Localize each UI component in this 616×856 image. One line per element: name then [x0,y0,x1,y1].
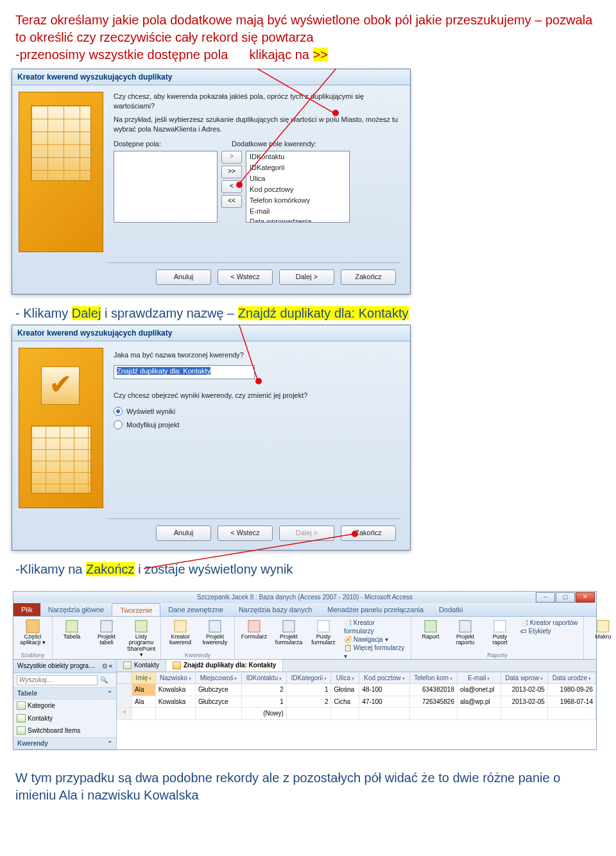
table-row-new[interactable]: (Nowy) [117,708,596,720]
btn-table[interactable]: Tabela [58,619,86,658]
btn-sharepoint-lists[interactable]: Listy programu SharePoint ▾ [127,619,155,658]
btn-query-design[interactable]: Projekt kwerendy [201,619,229,646]
nav-search[interactable]: 🔍 [17,675,113,685]
available-fields-label: Dostępne pola: [114,139,161,149]
dialog2-question1: Jaka ma być nazwa tworzonej kwerendy? [114,350,400,360]
btn-app-parts[interactable]: Części aplikacji ▾ [19,619,47,646]
radio-icon [114,420,123,429]
tab-addins[interactable]: Dodatki [431,603,470,616]
next-button[interactable]: Dalej > [279,270,334,285]
nav-item[interactable]: Kontakty [13,712,116,725]
table-row[interactable]: Ala KowalskaGłubczyce 21 Głośna48-100 63… [117,684,596,696]
move-right-button[interactable]: > [221,151,242,164]
list-item[interactable]: Data wprowadzenia [246,216,349,223]
move-all-left-button[interactable]: << [221,195,242,208]
tab-external[interactable]: Dane zewnętrzne [160,603,231,616]
finish-button[interactable]: Zakończ [341,270,396,285]
svg-rect-9 [209,621,221,632]
svg-rect-12 [318,621,329,632]
intro-paragraph: Teraz określamy jakie pola dodatkowe maj… [15,12,601,64]
ribbon-body: Części aplikacji ▾ Szablony Tabela Proje… [13,617,596,660]
available-fields-listbox[interactable] [114,151,218,223]
doc-tab-duplicates[interactable]: Znajdź duplikaty dla: Kontakty [166,660,283,671]
btn-query-wizard[interactable]: Kreator kwerend [166,619,194,646]
annotation-dot [255,378,262,384]
back-button[interactable]: < Wstecz [218,270,273,285]
nav-pane-header[interactable]: Wszystkie obiekty progra…⊙ « [13,660,116,673]
close-icon[interactable]: ✕ [576,592,595,603]
intro-highlight: >> [313,47,328,62]
chevron-icon: ⌃ [107,689,112,698]
svg-rect-15 [494,621,506,632]
wizard-illustration [19,92,103,252]
btn-macro[interactable]: Makro [589,619,616,644]
cancel-button[interactable]: Anuluj [156,270,211,285]
collapse-icon[interactable]: ⊙ « [102,662,112,671]
dialog1-question1: Czy chcesz, aby kwerenda pokazała jakieś… [114,92,400,111]
list-item[interactable]: E-mail [246,206,349,217]
wizard-dialog-2: Kreator kwerend wyszukujących duplikaty … [12,325,411,551]
wizard-dialog-1: Kreator kwerend wyszukujących duplikaty … [12,69,411,295]
btn-report[interactable]: Raport [416,619,445,646]
search-icon[interactable]: 🔍 [100,676,108,685]
tab-create[interactable]: Tworzenie [112,603,160,616]
tab-dbtools[interactable]: Narzędzia bazy danych [231,603,320,616]
cancel-button[interactable]: Anuluj [156,526,211,541]
dialog2-title: Kreator kwerend wyszukujących duplikaty [12,325,410,341]
footer-paragraph: W tym przypadku są dwa podobne rekordy a… [15,769,601,804]
additional-fields-label: Dodatkowe pole kwerendy: [232,139,316,149]
svg-rect-4 [26,620,39,633]
tab-switchboard[interactable]: Menadżer panelu przełączania [320,603,431,616]
nav-cat-queries[interactable]: Kwerendy⌃ [13,737,116,750]
table-icon [123,662,132,669]
option-view-results[interactable]: Wyświetl wyniki [114,407,400,416]
dialog1-question2: Na przykład, jeśli wybierzesz szukanie d… [114,115,400,134]
btn-blank-form[interactable]: Pusty formularz [309,619,338,660]
selected-fields-listbox[interactable]: IDKontaktu IDKategorii Ulica Kod pocztow… [246,151,350,223]
btn-blank-report[interactable]: Pusty raport [486,619,514,646]
intro-line2a: -przenosimy wszystkie dostępne pola [15,47,228,62]
svg-rect-8 [175,621,186,632]
list-item[interactable]: IDKategorii [246,162,349,173]
query-name-input[interactable]: Znajdź duplikaty dla: Kontakty [114,365,255,379]
list-item[interactable]: Telefon komórkowy [246,195,349,206]
intro-line1: Teraz określamy jakie pola dodatkowe maj… [15,13,592,44]
table-row[interactable]: Ala KowalskaGłubczyce 12 Cicha47-100 726… [117,696,596,708]
list-item[interactable]: IDKontaktu [246,151,349,162]
svg-rect-6 [101,621,112,632]
intro-line2b: klikając na [250,47,309,62]
datasheet[interactable]: Imię▾ Nazwisko▾ Miejscowoś▾ IDKontaktu▾ … [117,672,596,720]
svg-rect-7 [135,621,147,632]
query-name-value: Znajdź duplikaty dla: Kontakty [117,367,210,375]
tab-home[interactable]: Narzędzia główne [40,603,112,616]
doc-tab-kontakty[interactable]: Kontakty [117,660,166,671]
svg-rect-13 [425,621,436,632]
back-button[interactable]: < Wstecz [218,526,273,541]
form-extras[interactable]: 📑 Kreator formularzy 🧭 Nawigacja ▾ 📋 Wię… [344,619,406,660]
btn-table-design[interactable]: Projekt tabeli [92,619,121,658]
header-row: Imię▾ Nazwisko▾ Miejscowoś▾ IDKontaktu▾ … [117,672,596,684]
minimize-icon[interactable]: – [536,592,555,603]
nav-cat-tables[interactable]: Tabele⌃ [13,687,116,700]
list-item[interactable]: Kod pocztowy [246,184,349,195]
search-input[interactable] [17,675,98,685]
wizard-illustration [19,348,103,508]
btn-form-design[interactable]: Projekt formularza [275,619,303,660]
finish-button[interactable]: Zakończ [341,526,396,541]
btn-report-design[interactable]: Projekt raportu [451,619,479,646]
svg-rect-5 [66,621,78,632]
report-extras[interactable]: 📑 Kreator raportów 🏷 Etykiety [520,619,578,646]
nav-item[interactable]: Switchboard Items [13,724,116,737]
dialog2-question2: Czy chcesz obejrzeć wyniki kwerendy, czy… [114,391,400,400]
move-all-right-button[interactable]: >> [221,166,242,178]
dialog1-title: Kreator kwerend wyszukujących duplikaty [12,69,410,85]
access-window: Szczepanik Jacek 8 : Baza danych (Access… [13,591,597,750]
maximize-icon[interactable]: ▢ [556,592,575,603]
btn-form[interactable]: Formularz [240,619,268,660]
nav-item[interactable]: Kategorie [13,699,116,712]
svg-rect-11 [283,621,295,632]
tab-file[interactable]: Plik [13,603,40,616]
option-modify-design[interactable]: Modyfikuj projekt [114,420,400,430]
list-item[interactable]: Ulica [246,173,349,184]
caption-step-next: - Klikamy Dalej i sprawdzamy nazwę – Zna… [15,305,601,322]
